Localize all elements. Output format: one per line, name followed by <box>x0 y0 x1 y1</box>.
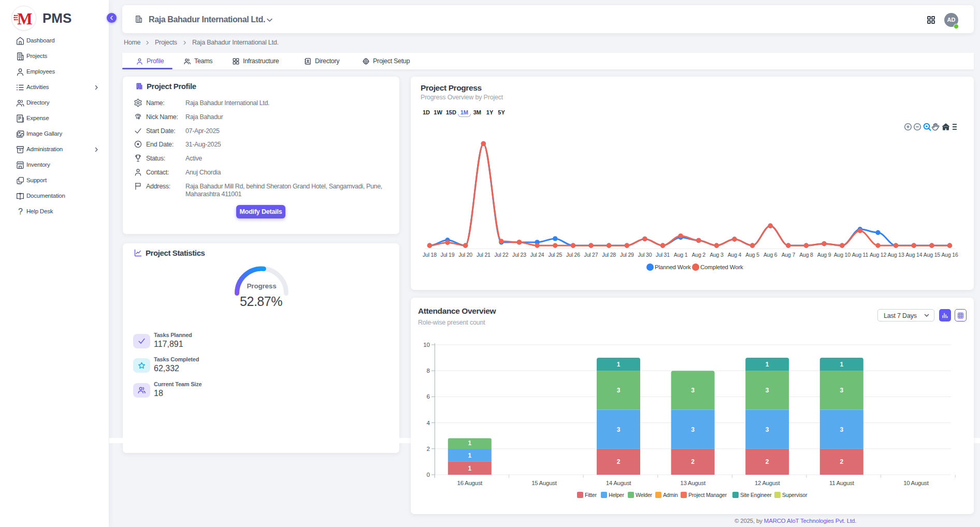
svg-text:M: M <box>17 10 32 28</box>
